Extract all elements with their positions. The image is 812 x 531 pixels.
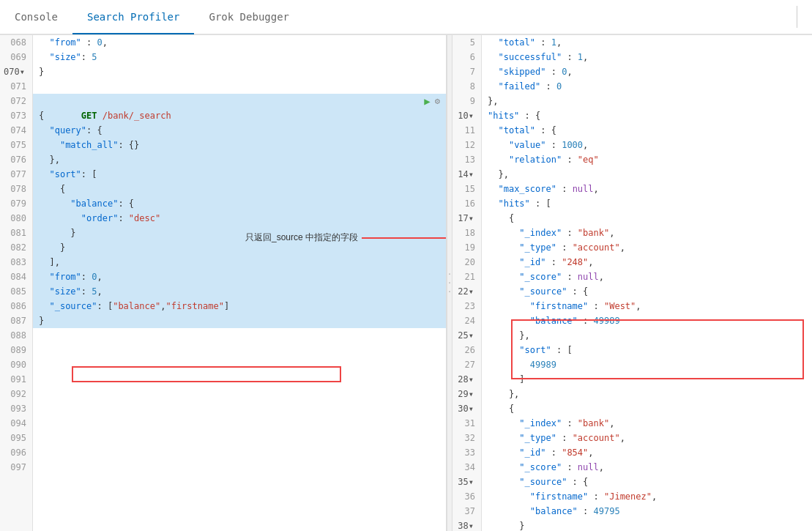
- ln-079: 079: [0, 196, 32, 211]
- ln-094: 094: [0, 416, 32, 431]
- panel-separator[interactable]: ···: [447, 35, 452, 531]
- rcode-14: },: [482, 167, 812, 182]
- rln-20: 20: [452, 255, 481, 270]
- rcode-18: "_index" : "bank",: [482, 226, 812, 240]
- rln-7: 7: [452, 64, 481, 79]
- ln-068: 068: [0, 35, 32, 50]
- ln-078: 078: [0, 182, 32, 196]
- rcode-30: {: [482, 401, 812, 416]
- code-line-069: "size": 5: [33, 50, 446, 64]
- annotation: 只返回_source 中指定的字段: [245, 231, 446, 244]
- rcode-29: },: [482, 387, 812, 401]
- rcode-6: "successful" : 1,: [482, 50, 812, 64]
- code-line-072: GET /bank/_search ▶ ⚙: [33, 94, 446, 108]
- code-line-075: "match_all": {}: [33, 138, 446, 152]
- ln-080: 080: [0, 211, 32, 226]
- rln-35: 35▾: [452, 475, 481, 489]
- top-nav: Console Search Profiler Grok Debugger: [0, 0, 812, 35]
- code-line-090: [33, 357, 446, 372]
- rcode-20: "_id" : "248",: [482, 255, 812, 270]
- rcode-5: "total" : 1,: [482, 35, 812, 50]
- right-panel: 5 6 7 8 9 10▾ 11 12 13 14▾ 15 16 17▾ 18 …: [452, 35, 812, 531]
- rln-25: 25▾: [452, 328, 481, 343]
- rcode-17: {: [482, 211, 812, 226]
- rcode-19: "_type" : "account",: [482, 240, 812, 255]
- rcode-33: "_id" : "854",: [482, 445, 812, 460]
- rcode-37: "balance" : 49795: [482, 504, 812, 519]
- ln-092: 092: [0, 387, 32, 401]
- nav-divider: [797, 6, 797, 28]
- code-line-091: [33, 372, 446, 387]
- rln-18: 18: [452, 226, 481, 240]
- rln-36: 36: [452, 489, 481, 504]
- right-line-numbers: 5 6 7 8 9 10▾ 11 12 13 14▾ 15 16 17▾ 18 …: [452, 35, 482, 531]
- rcode-12: "value" : 1000,: [482, 138, 812, 152]
- ln-074: 074: [0, 123, 32, 138]
- ln-087: 087: [0, 313, 32, 328]
- tab-search-profiler[interactable]: Search Profiler: [72, 1, 194, 34]
- rln-32: 32: [452, 431, 481, 445]
- code-line-087: }: [33, 313, 446, 328]
- code-line-074: "query": {: [33, 123, 446, 138]
- run-button[interactable]: ▶: [424, 94, 430, 108]
- code-line-076: },: [33, 152, 446, 167]
- arrow-line: [362, 237, 446, 239]
- rln-26: 26: [452, 343, 481, 357]
- rln-19: 19: [452, 240, 481, 255]
- ln-086: 086: [0, 299, 32, 313]
- ln-082: 082: [0, 240, 32, 255]
- rln-37: 37: [452, 504, 481, 519]
- code-line-070: }: [33, 64, 446, 79]
- code-line-094: [33, 416, 446, 431]
- right-editor-area: "total" : 1, "successful" : 1, "skipped"…: [482, 35, 812, 531]
- rcode-15: "max_score" : null,: [482, 182, 812, 196]
- rln-6: 6: [452, 50, 481, 64]
- ln-085: 085: [0, 284, 32, 299]
- rcode-8: "failed" : 0: [482, 79, 812, 94]
- ln-083: 083: [0, 255, 32, 270]
- rln-13: 13: [452, 152, 481, 167]
- rln-5: 5: [452, 35, 481, 50]
- rln-17: 17▾: [452, 211, 481, 226]
- rcode-25: },: [482, 328, 812, 343]
- rln-27: 27: [452, 357, 481, 372]
- rcode-26: "sort" : [: [482, 343, 812, 357]
- rln-12: 12: [452, 138, 481, 152]
- left-editor-area[interactable]: "from" : 0, "size": 5 } GET /bank/_searc…: [33, 35, 446, 531]
- code-line-080: "order": "desc": [33, 211, 446, 226]
- rln-9: 9: [452, 94, 481, 108]
- tab-grok-debugger[interactable]: Grok Debugger: [194, 1, 304, 34]
- code-line-093: [33, 401, 446, 416]
- rcode-27: 49989: [482, 357, 812, 372]
- link-icon[interactable]: ⚙: [435, 94, 440, 108]
- rln-28: 28▾: [452, 372, 481, 387]
- code-line-096: [33, 445, 446, 460]
- ln-095: 095: [0, 431, 32, 445]
- rcode-16: "hits" : [: [482, 196, 812, 211]
- annotation-text: 只返回_source 中指定的字段: [245, 231, 358, 244]
- ln-081: 081: [0, 226, 32, 240]
- code-line-084: "from": 0,: [33, 270, 446, 284]
- rln-30: 30▾: [452, 401, 481, 416]
- ln-076: 076: [0, 152, 32, 167]
- code-line-079: "balance": {: [33, 196, 446, 211]
- rln-14: 14▾: [452, 167, 481, 182]
- ln-075: 075: [0, 138, 32, 152]
- rln-34: 34: [452, 460, 481, 475]
- rln-23: 23: [452, 299, 481, 313]
- left-line-numbers: 068 069 070▾ 071 072 073 074 075 076 077…: [0, 35, 33, 531]
- code-line-097: [33, 460, 446, 475]
- rln-29: 29▾: [452, 387, 481, 401]
- ln-093: 093: [0, 401, 32, 416]
- rcode-28: ]: [482, 372, 812, 387]
- ln-084: 084: [0, 270, 32, 284]
- code-line-071: [33, 79, 446, 94]
- code-line-088: [33, 328, 446, 343]
- tab-console[interactable]: Console: [0, 1, 72, 34]
- ln-077: 077: [0, 167, 32, 182]
- rln-31: 31: [452, 416, 481, 431]
- rcode-11: "total" : {: [482, 123, 812, 138]
- rln-16: 16: [452, 196, 481, 211]
- rln-8: 8: [452, 79, 481, 94]
- separator-dots: ···: [447, 270, 452, 297]
